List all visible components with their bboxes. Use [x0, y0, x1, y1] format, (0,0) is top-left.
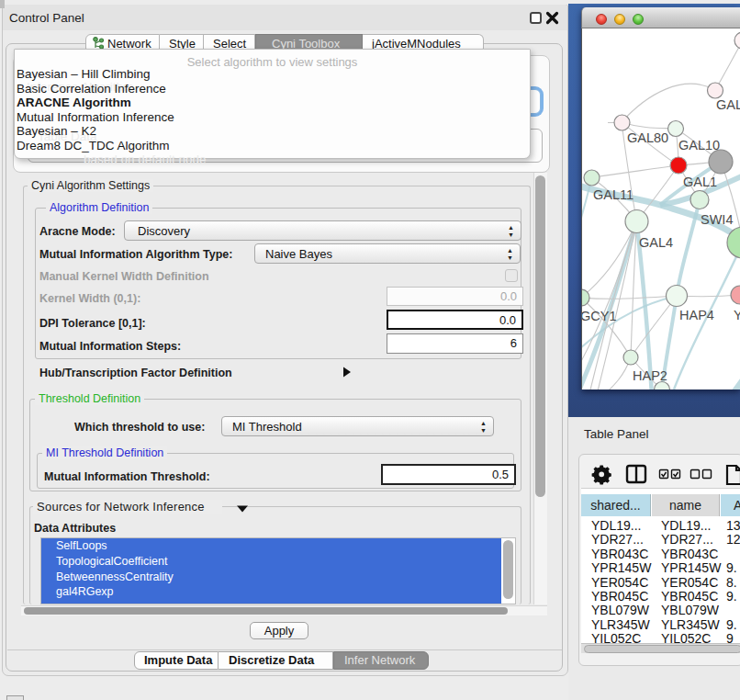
svg-text:GAL80: GAL80 [627, 130, 668, 145]
svg-text:GAL10: GAL10 [678, 138, 720, 152]
svg-text:HAP4: HAP4 [679, 308, 714, 322]
svg-text:SWI4: SWI4 [701, 212, 733, 227]
svg-text:GAL4: GAL4 [639, 235, 673, 250]
svg-text:GAL7: GAL7 [716, 97, 740, 112]
svg-text:YM: YM [734, 308, 740, 322]
svg-text:GCY1: GCY1 [582, 309, 617, 323]
svg-text:HAP2: HAP2 [633, 368, 667, 383]
svg-text:GAL1: GAL1 [683, 175, 717, 189]
svg-text:GAL11: GAL11 [593, 187, 633, 202]
